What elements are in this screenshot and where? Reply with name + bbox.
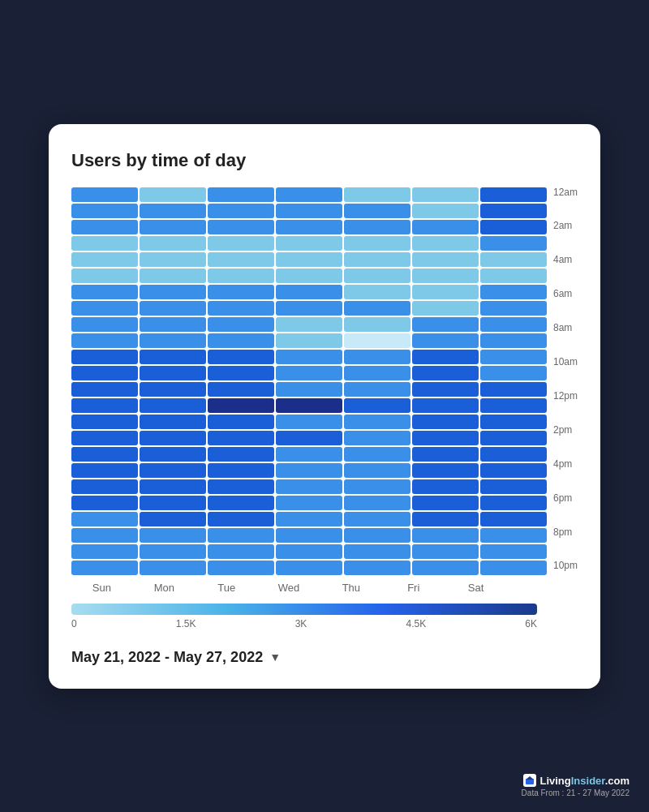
- heatmap-cell[interactable]: [480, 204, 547, 218]
- heatmap-cell[interactable]: [344, 285, 410, 299]
- heatmap-cell[interactable]: [412, 398, 479, 413]
- heatmap-cell[interactable]: [208, 350, 274, 364]
- heatmap-cell[interactable]: [208, 463, 274, 478]
- heatmap-cell[interactable]: [71, 269, 138, 283]
- heatmap-cell[interactable]: [480, 317, 547, 332]
- heatmap-cell[interactable]: [344, 382, 410, 397]
- heatmap-cell[interactable]: [208, 415, 274, 429]
- heatmap-cell[interactable]: [208, 187, 274, 202]
- heatmap-cell[interactable]: [140, 236, 206, 251]
- heatmap-cell[interactable]: [480, 561, 547, 575]
- heatmap-cell[interactable]: [480, 431, 547, 445]
- heatmap-cell[interactable]: [480, 496, 547, 510]
- heatmap-cell[interactable]: [71, 479, 138, 494]
- heatmap-cell[interactable]: [140, 479, 206, 494]
- heatmap-cell[interactable]: [140, 285, 206, 299]
- heatmap-cell[interactable]: [480, 252, 547, 267]
- heatmap-cell[interactable]: [344, 204, 410, 218]
- heatmap-cell[interactable]: [208, 382, 274, 397]
- heatmap-cell[interactable]: [412, 431, 479, 445]
- heatmap-cell[interactable]: [140, 431, 206, 445]
- heatmap-cell[interactable]: [276, 447, 342, 462]
- heatmap-cell[interactable]: [276, 382, 342, 397]
- heatmap-cell[interactable]: [412, 528, 479, 543]
- heatmap-cell[interactable]: [276, 317, 342, 332]
- heatmap-cell[interactable]: [480, 512, 547, 526]
- heatmap-cell[interactable]: [276, 479, 342, 494]
- heatmap-cell[interactable]: [208, 431, 274, 445]
- heatmap-cell[interactable]: [208, 366, 274, 380]
- heatmap-cell[interactable]: [480, 382, 547, 397]
- heatmap-cell[interactable]: [208, 479, 274, 494]
- heatmap-cell[interactable]: [140, 269, 206, 283]
- heatmap-cell[interactable]: [276, 512, 342, 526]
- heatmap-cell[interactable]: [344, 236, 410, 251]
- heatmap-cell[interactable]: [344, 561, 410, 575]
- heatmap-cell[interactable]: [140, 252, 206, 267]
- heatmap-cell[interactable]: [412, 561, 479, 575]
- heatmap-cell[interactable]: [412, 220, 479, 234]
- heatmap-cell[interactable]: [344, 528, 410, 543]
- heatmap-cell[interactable]: [71, 512, 138, 526]
- dropdown-arrow-icon[interactable]: ▼: [269, 651, 281, 664]
- heatmap-cell[interactable]: [208, 561, 274, 575]
- heatmap-cell[interactable]: [140, 350, 206, 364]
- heatmap-cell[interactable]: [71, 431, 138, 445]
- heatmap-cell[interactable]: [276, 561, 342, 575]
- heatmap-cell[interactable]: [140, 512, 206, 526]
- heatmap-cell[interactable]: [344, 269, 410, 283]
- heatmap-cell[interactable]: [208, 220, 274, 234]
- heatmap-cell[interactable]: [276, 269, 342, 283]
- heatmap-cell[interactable]: [140, 544, 206, 559]
- heatmap-cell[interactable]: [276, 463, 342, 478]
- heatmap-cell[interactable]: [71, 496, 138, 510]
- heatmap-cell[interactable]: [140, 463, 206, 478]
- heatmap-cell[interactable]: [140, 415, 206, 429]
- heatmap-cell[interactable]: [140, 528, 206, 543]
- heatmap-cell[interactable]: [276, 431, 342, 445]
- heatmap-cell[interactable]: [208, 398, 274, 413]
- heatmap-cell[interactable]: [71, 204, 138, 218]
- heatmap-cell[interactable]: [344, 317, 410, 332]
- heatmap-cell[interactable]: [412, 350, 479, 364]
- heatmap-cell[interactable]: [480, 350, 547, 364]
- heatmap-cell[interactable]: [140, 447, 206, 462]
- heatmap-cell[interactable]: [71, 333, 138, 348]
- heatmap-cell[interactable]: [480, 447, 547, 462]
- heatmap-cell[interactable]: [480, 285, 547, 299]
- heatmap-cell[interactable]: [71, 350, 138, 364]
- heatmap-cell[interactable]: [412, 317, 479, 332]
- heatmap-cell[interactable]: [412, 479, 479, 494]
- heatmap-cell[interactable]: [71, 220, 138, 234]
- heatmap-cell[interactable]: [140, 382, 206, 397]
- heatmap-cell[interactable]: [344, 431, 410, 445]
- heatmap-cell[interactable]: [140, 187, 206, 202]
- heatmap-cell[interactable]: [208, 236, 274, 251]
- heatmap-cell[interactable]: [276, 252, 342, 267]
- heatmap-cell[interactable]: [71, 252, 138, 267]
- heatmap-cell[interactable]: [71, 447, 138, 462]
- heatmap-cell[interactable]: [412, 285, 479, 299]
- heatmap-cell[interactable]: [71, 236, 138, 251]
- heatmap-cell[interactable]: [412, 496, 479, 510]
- heatmap-cell[interactable]: [140, 204, 206, 218]
- heatmap-cell[interactable]: [276, 398, 342, 413]
- heatmap-cell[interactable]: [71, 366, 138, 380]
- heatmap-cell[interactable]: [344, 544, 410, 559]
- heatmap-cell[interactable]: [480, 187, 547, 202]
- heatmap-cell[interactable]: [344, 415, 410, 429]
- heatmap-cell[interactable]: [71, 317, 138, 332]
- heatmap-cell[interactable]: [480, 463, 547, 478]
- heatmap-cell[interactable]: [71, 301, 138, 316]
- heatmap-cell[interactable]: [412, 252, 479, 267]
- heatmap-cell[interactable]: [480, 415, 547, 429]
- heatmap-cell[interactable]: [208, 496, 274, 510]
- heatmap-cell[interactable]: [480, 269, 547, 283]
- heatmap-cell[interactable]: [412, 187, 479, 202]
- heatmap-cell[interactable]: [344, 252, 410, 267]
- heatmap-cell[interactable]: [140, 398, 206, 413]
- heatmap-cell[interactable]: [480, 398, 547, 413]
- heatmap-cell[interactable]: [344, 187, 410, 202]
- heatmap-cell[interactable]: [480, 544, 547, 559]
- heatmap-cell[interactable]: [208, 301, 274, 316]
